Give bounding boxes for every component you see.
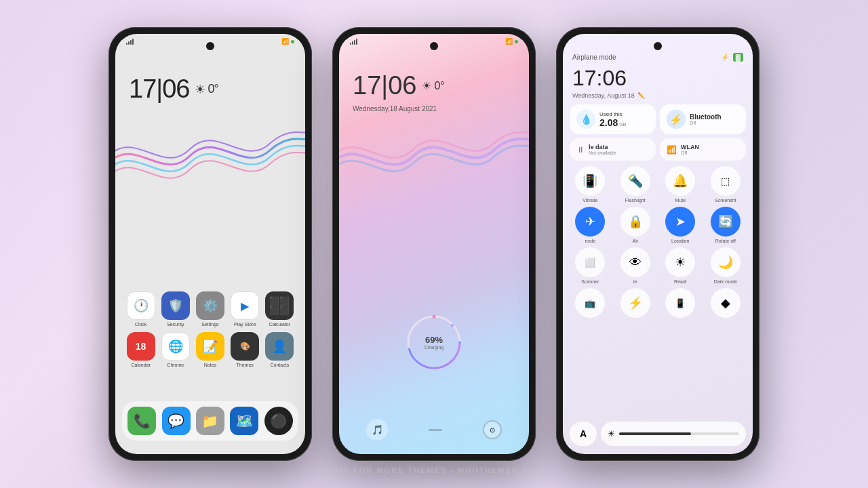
header-icons: ⚡ ▓ <box>721 53 743 62</box>
air-label: Air <box>632 239 638 243</box>
charging-indicator: 69% Charging <box>403 312 465 373</box>
screenshot-icon: ⬚ <box>711 166 741 196</box>
dock-messages[interactable]: 💬 <box>162 407 191 435</box>
phone-btn[interactable]: 📱 <box>660 288 701 320</box>
weather-widget: ☀ 0° <box>195 82 218 97</box>
phone-1: 📶 17|06 ☀ 0° <box>108 27 312 461</box>
app-contacts[interactable]: 👤 Contacts <box>265 332 294 367</box>
screenshot-btn[interactable]: ⬚ Screensht <box>705 166 747 203</box>
app-themes[interactable]: 🎨 Themes <box>231 332 259 367</box>
app-calendar[interactable]: 18 Calendar <box>127 332 155 367</box>
app-label: Calculator <box>269 322 291 327</box>
phone-2: 📶 17|06 ☀ 0° Wednesday,18 August 2021 <box>332 27 536 461</box>
data-icon: 💧 <box>576 110 595 129</box>
cc-time: 17:06 <box>563 64 753 92</box>
svg-point-3 <box>451 324 454 327</box>
app-label: Notes <box>204 363 216 367</box>
home-indicator[interactable] <box>429 429 442 431</box>
scanner-btn[interactable]: ⬜ Scanner <box>570 247 611 284</box>
dock-camera[interactable]: ⚫ <box>264 407 293 435</box>
app-label: Contacts <box>271 363 290 367</box>
fingerprint-icon[interactable]: ⊙ <box>483 420 502 439</box>
dock-files[interactable]: 📁 <box>196 407 224 435</box>
quick-tiles-row2: ⏸ le data Not available 📶 WLAN Off <box>563 138 753 161</box>
airplane-label: node <box>585 239 595 243</box>
svg-point-2 <box>433 315 436 319</box>
eye-label: le <box>633 279 637 284</box>
airplane-btn[interactable]: ✈ node <box>570 207 611 243</box>
app-chrome[interactable]: 🌐 Chrome <box>161 332 190 367</box>
dock-maps[interactable]: 🗺️ <box>230 407 258 435</box>
bluetooth-tile[interactable]: ⚡ Bluetooth Off <box>660 104 746 134</box>
music-icon[interactable]: 🎵 <box>366 419 388 441</box>
brightness-icon: ☀ <box>608 429 615 439</box>
darkmode-icon: 🌙 <box>711 247 741 277</box>
mute-btn[interactable]: 🔔 Mute <box>660 166 701 203</box>
mobile-data-info: le data Not available <box>589 144 616 155</box>
darkmode-btn[interactable]: 🌙 Dark mode <box>705 247 747 284</box>
brightness-track <box>619 432 739 435</box>
flashlight-btn[interactable]: 🔦 Flashlight <box>615 166 656 203</box>
wifi-icon: 📶 <box>281 38 289 45</box>
tv-icon: 📺 <box>575 288 605 318</box>
eye-btn[interactable]: 👁 le <box>615 247 656 284</box>
bolt-btn[interactable]: ⚡ <box>615 288 656 320</box>
reading-btn[interactable]: ☀ Readi <box>660 247 701 284</box>
clock-time: 17|06 <box>129 75 189 104</box>
data-usage-tile[interactable]: 💧 Used this 2.08 GB <box>570 104 656 134</box>
vibrate-btn[interactable]: 📳 Vibrate <box>570 166 611 203</box>
app-playstore[interactable]: ▶ Play Store <box>231 291 259 327</box>
app-calculator[interactable]: ⬛⬛⬛⬛ Calculator <box>265 291 294 327</box>
data-tile-info: Used this 2.08 GB <box>599 111 626 128</box>
rotate-label: Rotate off <box>715 239 736 243</box>
app-row-1: 🕐 Clock 🛡️ Security ⚙️ Settings ▶ Play S… <box>123 291 297 327</box>
dock-phone[interactable]: 📞 <box>127 407 156 435</box>
location-label: Location <box>671 239 689 243</box>
home-time: 17|06 ☀ 0° <box>129 75 218 104</box>
wlan-info: WLAN Off <box>681 144 699 155</box>
pause-icon: ⏸ <box>576 145 585 155</box>
mute-icon: 🔔 <box>665 166 695 196</box>
location-btn[interactable]: ➤ Location <box>660 207 701 243</box>
diamond-btn[interactable]: ◆ <box>705 288 747 320</box>
app-notes[interactable]: 📝 Notes <box>196 332 224 367</box>
bt-info: Bluetooth Off <box>690 113 722 125</box>
app-label: Calendar <box>131 363 150 367</box>
data-value: 2.08 <box>599 117 618 128</box>
punch-hole-1 <box>206 42 214 50</box>
app-clock[interactable]: 🕐 Clock <box>127 291 155 327</box>
font-button[interactable]: A <box>570 422 597 446</box>
airplane-icon: ✈ <box>575 207 605 237</box>
data-unit: GB <box>619 122 626 127</box>
screenshot-label: Screensht <box>715 198 736 203</box>
status-icons: 📶 <box>281 38 294 45</box>
mobile-data-tile[interactable]: ⏸ le data Not available <box>570 138 656 161</box>
rotate-btn[interactable]: 🔄 Rotate off <box>705 207 747 243</box>
charging-label: Charging <box>425 345 443 350</box>
punch-hole-3 <box>654 42 662 50</box>
mute-label: Mute <box>675 198 686 203</box>
phone2-lockscreen: 📶 17|06 ☀ 0° Wednesday,18 August 2021 <box>339 34 529 454</box>
wifi-icon-2: 📶 <box>505 38 513 45</box>
wlan-label: WLAN <box>681 144 699 150</box>
vibrate-label: Vibrate <box>583 198 597 203</box>
bolt-icon: ⚡ <box>620 288 650 318</box>
tv-btn[interactable]: 📺 <box>570 288 611 320</box>
edit-icon: ✏️ <box>637 92 645 99</box>
lock-weather: ☀ 0° <box>422 79 444 92</box>
air-btn[interactable]: 🔒 Air <box>615 207 656 243</box>
phone-cast-icon: 📱 <box>665 288 695 318</box>
signal-strength <box>126 39 134 45</box>
brightness-fill <box>619 432 691 435</box>
app-settings[interactable]: ⚙️ Settings <box>196 291 224 327</box>
app-label: Chrome <box>167 363 184 367</box>
app-grid: 🕐 Clock 🛡️ Security ⚙️ Settings ▶ Play S… <box>115 291 305 373</box>
mobile-data-label: le data <box>589 144 616 150</box>
flashlight-icon: 🔦 <box>620 166 650 196</box>
wlan-tile[interactable]: 📶 WLAN Off <box>660 138 746 161</box>
reading-label: Readi <box>674 279 686 284</box>
battery-icon: ▓ <box>733 53 743 62</box>
app-security[interactable]: 🛡️ Security <box>161 291 190 327</box>
brightness-control[interactable]: ☀ <box>601 422 746 446</box>
app-label: Play Store <box>234 322 256 327</box>
